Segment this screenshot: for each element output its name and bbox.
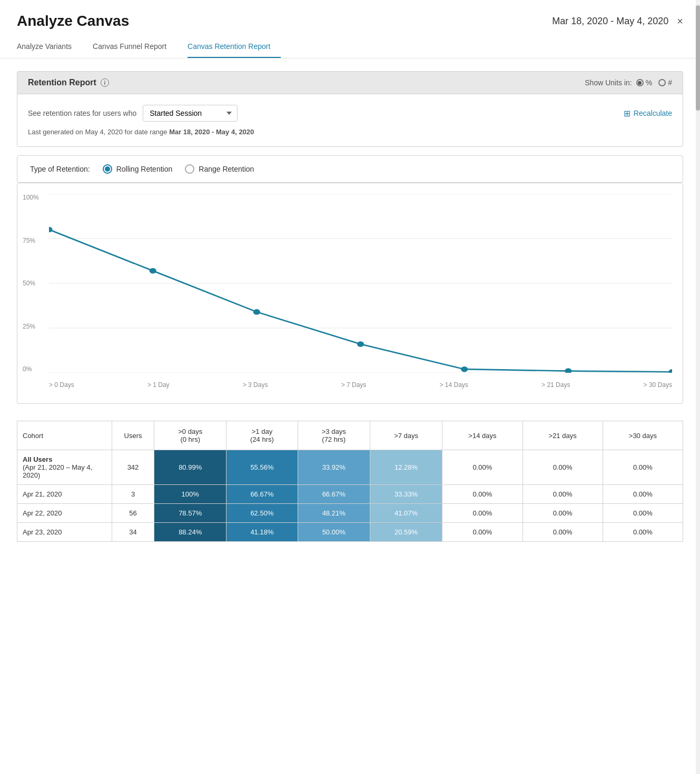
gt7days-cell: 20.59% [370, 523, 442, 542]
gt21days-cell: 0.00% [522, 485, 603, 504]
gt30days-cell: 0.00% [603, 523, 683, 542]
units-percent-option[interactable]: % [636, 78, 652, 87]
users-cell: 3 [112, 485, 154, 504]
scrollbar-thumb[interactable] [696, 5, 700, 111]
th-gt14days: >14 days [442, 421, 522, 450]
date-range: Mar 18, 2020 - May 4, 2020 [552, 16, 668, 27]
table-row: Apr 23, 2020 34 88.24% 41.18% 50.00% 20.… [17, 523, 683, 542]
gt0days-cell: 80.99% [154, 450, 226, 485]
chart-inner: 100% 75% 50% 25% 0% [49, 194, 672, 373]
retention-report-card: Retention Report i Show Units in: % # [17, 71, 683, 147]
y-axis: 100% 75% 50% 25% 0% [23, 194, 39, 373]
gt30days-cell: 0.00% [603, 485, 683, 504]
gt3days-cell: 66.67% [298, 485, 370, 504]
retention-type-section: Type of Retention: Rolling Retention Ran… [17, 155, 683, 183]
cohort-cell: Apr 22, 2020 [17, 504, 112, 523]
gt21days-cell: 0.00% [522, 504, 603, 523]
close-button[interactable]: × [677, 15, 683, 27]
recalculate-icon: ⊞ [624, 108, 630, 118]
gt14days-cell: 0.00% [442, 450, 522, 485]
gt1day-cell: 62.50% [226, 504, 298, 523]
gt14days-cell: 0.00% [442, 485, 522, 504]
table-header-row: Cohort Users >0 days(0 hrs) >1 day(24 hr… [17, 421, 683, 450]
users-cell: 56 [112, 504, 154, 523]
gt0days-cell: 100% [154, 485, 226, 504]
cohort-cell: Apr 21, 2020 [17, 485, 112, 504]
cohort-cell: All Users (Apr 21, 2020 – May 4, 2020) [17, 450, 112, 485]
th-gt1day: >1 day(24 hrs) [226, 421, 298, 450]
svg-point-5 [49, 227, 53, 233]
rolling-retention-option[interactable]: Rolling Retention [103, 164, 173, 174]
last-generated: Last generated on May 4, 2020 for date r… [28, 128, 672, 136]
units-radio-group: % # [636, 78, 672, 87]
svg-point-6 [150, 268, 156, 274]
gt1day-cell: 55.56% [226, 450, 298, 485]
hash-radio[interactable] [658, 79, 666, 86]
th-gt21days: >21 days [522, 421, 603, 450]
retention-chart-svg [49, 194, 672, 373]
range-retention-radio[interactable] [185, 164, 194, 174]
svg-point-10 [565, 368, 571, 373]
gt21days-cell: 0.00% [522, 523, 603, 542]
gt30days-cell: 0.00% [603, 504, 683, 523]
gt0days-cell: 88.24% [154, 523, 226, 542]
tab-bar: Analyze Variants Canvas Funnel Report Ca… [0, 29, 700, 58]
retention-type-label: Type of Retention: [30, 165, 90, 173]
retention-body: See retention rates for users who Starte… [17, 94, 683, 147]
retention-report-title: Retention Report i [28, 78, 109, 87]
th-gt0days: >0 days(0 hrs) [154, 421, 226, 450]
gt14days-cell: 0.00% [442, 504, 522, 523]
retention-filter-row: See retention rates for users who Starte… [28, 105, 672, 122]
chart-container: 100% 75% 50% 25% 0% [17, 183, 683, 404]
x-axis: > 0 Days > 1 Day > 3 Days > 7 Days > 14 … [49, 381, 672, 389]
users-cell: 342 [112, 450, 154, 485]
tab-canvas-retention-report[interactable]: Canvas Retention Report [188, 38, 281, 58]
svg-point-9 [461, 366, 468, 372]
rolling-retention-radio[interactable] [103, 164, 112, 174]
cohort-cell: Apr 23, 2020 [17, 523, 112, 542]
users-cell: 34 [112, 523, 154, 542]
table-row: Apr 22, 2020 56 78.57% 62.50% 48.21% 41.… [17, 504, 683, 523]
recalculate-button[interactable]: ⊞ Recalculate [624, 108, 672, 118]
th-gt3days: >3 days(72 hrs) [298, 421, 370, 450]
retention-table: Cohort Users >0 days(0 hrs) >1 day(24 hr… [17, 421, 683, 542]
show-units: Show Units in: % # [585, 78, 672, 87]
header-right: Mar 18, 2020 - May 4, 2020 × [552, 15, 683, 27]
gt7days-cell: 41.07% [370, 504, 442, 523]
svg-point-11 [668, 369, 672, 373]
main-content: Retention Report i Show Units in: % # [0, 58, 700, 554]
gt30days-cell: 0.00% [603, 450, 683, 485]
th-cohort: Cohort [17, 421, 112, 450]
gt1day-cell: 66.67% [226, 485, 298, 504]
gt3days-cell: 33.92% [298, 450, 370, 485]
page-title: Analyze Canvas [17, 13, 129, 29]
svg-point-8 [357, 341, 364, 347]
retention-event-dropdown[interactable]: Started Session [143, 105, 238, 122]
svg-point-7 [253, 309, 260, 315]
scrollbar-track [696, 0, 700, 774]
gt0days-cell: 78.57% [154, 504, 226, 523]
table-section: Cohort Users >0 days(0 hrs) >1 day(24 hr… [17, 421, 683, 542]
table-row: Apr 21, 2020 3 100% 66.67% 66.67% 33.33%… [17, 485, 683, 504]
gt3days-cell: 50.00% [298, 523, 370, 542]
retention-report-header: Retention Report i Show Units in: % # [17, 71, 683, 94]
percent-radio[interactable] [636, 79, 644, 86]
tab-canvas-funnel-report[interactable]: Canvas Funnel Report [93, 38, 177, 58]
th-gt30days: >30 days [603, 421, 683, 450]
info-icon[interactable]: i [101, 78, 109, 87]
gt7days-cell: 12.28% [370, 450, 442, 485]
units-hash-option[interactable]: # [658, 78, 672, 87]
gt3days-cell: 48.21% [298, 504, 370, 523]
table-row: All Users (Apr 21, 2020 – May 4, 2020) 3… [17, 450, 683, 485]
th-users: Users [112, 421, 154, 450]
header: Analyze Canvas Mar 18, 2020 - May 4, 202… [0, 0, 700, 29]
gt21days-cell: 0.00% [522, 450, 603, 485]
gt7days-cell: 33.33% [370, 485, 442, 504]
filter-left: See retention rates for users who Starte… [28, 105, 238, 122]
gt1day-cell: 41.18% [226, 523, 298, 542]
range-retention-option[interactable]: Range Retention [185, 164, 254, 174]
gt14days-cell: 0.00% [442, 523, 522, 542]
tab-analyze-variants[interactable]: Analyze Variants [17, 38, 82, 58]
th-gt7days: >7 days [370, 421, 442, 450]
